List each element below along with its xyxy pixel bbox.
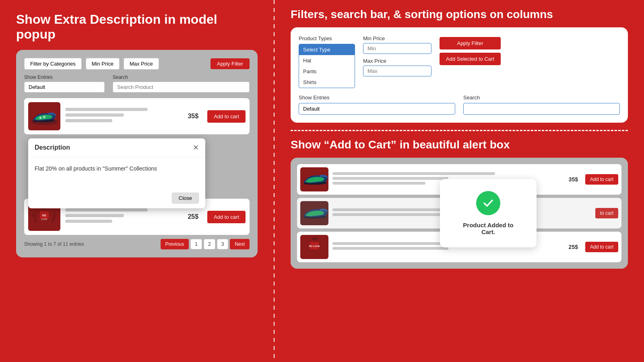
- right-panel: Filters, search bar, & sorting options o…: [275, 0, 644, 362]
- alert-add-to-cart-btn-3[interactable]: Add to cart: [585, 242, 618, 252]
- success-message: Product Added to Cart.: [456, 222, 520, 235]
- placeholder-line: [65, 208, 148, 212]
- page-1-btn[interactable]: 1: [190, 239, 202, 249]
- left-title: Show Extra Description in model popup: [16, 12, 258, 42]
- min-price-input[interactable]: [363, 43, 431, 54]
- product-info-1: [65, 108, 183, 125]
- previous-btn[interactable]: Previous: [161, 239, 189, 249]
- alert-price-1: 35$: [569, 176, 578, 183]
- modal-close-btn[interactable]: Close: [172, 193, 199, 204]
- placeholder-line: [332, 247, 448, 250]
- placeholder-line: [65, 214, 124, 217]
- svg-text:NO LOVE: NO LOVE: [309, 245, 320, 247]
- modal-close-x-btn[interactable]: ✕: [193, 143, 199, 152]
- success-icon: [476, 191, 500, 215]
- next-btn[interactable]: Next: [230, 239, 250, 249]
- min-max-col: Min Price Max Price: [363, 35, 431, 88]
- min-price-label: Min Price: [363, 35, 431, 41]
- product-types-label: Product Types: [299, 35, 355, 41]
- left-panel: Show Extra Description in model popup Fi…: [0, 0, 274, 362]
- placeholder-line: [332, 177, 448, 180]
- placeholder-line: [332, 182, 425, 185]
- right-search-label: Search: [463, 95, 620, 101]
- placeholder-line: [65, 220, 112, 223]
- pagination-btns: Previous 1 2 3 Next: [161, 239, 250, 249]
- product-info-2: [65, 208, 183, 225]
- entries-group: Show Entries: [24, 74, 105, 93]
- modal-body: Flat 20% on all products in "Summer" Col…: [28, 157, 205, 189]
- max-price-input[interactable]: [363, 66, 431, 76]
- apply-filter-btn-right[interactable]: Apply Filter: [440, 37, 501, 49]
- filter-card-bottom: Show Entries Search: [299, 95, 620, 115]
- alert-product-img-2: [300, 201, 328, 225]
- apply-filter-btn[interactable]: Apply Filter: [211, 58, 250, 69]
- dropdown-item-shirts[interactable]: Shirts: [299, 77, 355, 88]
- placeholder-line: [332, 172, 495, 175]
- placeholder-line: [65, 113, 124, 117]
- product-row-1: 35$ Add to cart: [24, 98, 250, 134]
- modal-title: Description: [35, 144, 70, 151]
- action-col: Apply Filter Add Selected to Cart: [440, 35, 501, 88]
- alert-add-to-cart-btn-2[interactable]: to cart: [595, 208, 618, 218]
- alert-card: 35$ Add to cart to cart: [291, 158, 628, 269]
- placeholder-line: [65, 119, 112, 122]
- max-price-label: Max Price: [363, 58, 431, 64]
- page-3-btn[interactable]: 3: [217, 239, 229, 249]
- svg-text:LOVE: LOVE: [41, 218, 47, 220]
- page-2-btn[interactable]: 2: [204, 239, 215, 249]
- product-price-1: 35$: [188, 113, 198, 120]
- entries-input[interactable]: [24, 82, 105, 93]
- filter-categories-btn[interactable]: Filter by Categories: [24, 58, 82, 70]
- add-to-cart-btn-1[interactable]: Add to cart: [207, 110, 246, 123]
- alert-add-to-cart-btn-1[interactable]: Add to cart: [585, 174, 618, 185]
- horizontal-divider: [291, 130, 628, 131]
- right-search-col: Search: [463, 95, 620, 115]
- filter-card: Product Types Select Type Hat Pants Shir…: [291, 27, 628, 123]
- modal-overlay: Description ✕ Flat 20% on all products i…: [28, 138, 205, 208]
- right-search-input[interactable]: [463, 103, 620, 115]
- svg-text:NO: NO: [42, 214, 46, 217]
- add-selected-to-cart-btn[interactable]: Add Selected to Cart: [440, 53, 501, 65]
- svg-point-2: [43, 116, 45, 118]
- right-entries-label: Show Entries: [299, 95, 455, 101]
- alert-product-img-1: [300, 167, 328, 191]
- product-types-dropdown[interactable]: Select Type Hat Pants Shirts: [299, 44, 355, 88]
- search-group: Search: [113, 74, 250, 93]
- product-image-1: [28, 102, 60, 130]
- filter-max-price-btn[interactable]: Max Price: [124, 58, 159, 70]
- modal-description: Flat 20% on all products in "Summer" Col…: [35, 165, 199, 172]
- dropdown-item-hat[interactable]: Hat: [299, 55, 355, 66]
- right-top-title: Filters, search bar, & sorting options o…: [291, 8, 628, 21]
- svg-point-1: [39, 117, 42, 119]
- add-to-cart-btn-2[interactable]: Add to cart: [207, 211, 246, 223]
- placeholder-line: [65, 108, 148, 111]
- modal-header: Description ✕: [28, 138, 205, 157]
- filter-min-price-btn[interactable]: Min Price: [86, 58, 120, 70]
- alert-title: Show “Add to Cart” in beautiful alert bo…: [291, 138, 628, 151]
- success-popup: Product Added to Cart.: [440, 179, 537, 247]
- entries-label: Show Entries: [24, 74, 105, 80]
- entries-search-row: Show Entries Search: [24, 74, 250, 93]
- max-price-group: Max Price: [363, 58, 431, 76]
- product-price-2: 25$: [188, 213, 198, 220]
- dropdown-item-select-type[interactable]: Select Type: [299, 44, 355, 55]
- filter-card-top: Product Types Select Type Hat Pants Shir…: [299, 35, 620, 88]
- right-entries-col: Show Entries: [299, 95, 455, 115]
- modal-footer: Close: [28, 189, 205, 208]
- pagination-row: Showing 1 to 7 of 11 entries Previous 1 …: [24, 239, 250, 249]
- alert-product-img-3: NO LOVE: [300, 235, 328, 259]
- search-input[interactable]: [113, 82, 250, 93]
- dropdown-item-pants[interactable]: Pants: [299, 66, 355, 77]
- min-price-group: Min Price: [363, 35, 431, 54]
- filter-bar: Filter by Categories Min Price Max Price…: [24, 58, 250, 70]
- search-label: Search: [113, 74, 250, 80]
- left-demo-card: Filter by Categories Min Price Max Price…: [16, 50, 258, 257]
- right-entries-input[interactable]: [299, 103, 455, 115]
- alert-price-3: 25$: [569, 244, 578, 250]
- showing-text: Showing 1 to 7 of 11 entries: [24, 241, 84, 247]
- product-types-col: Product Types Select Type Hat Pants Shir…: [299, 35, 355, 88]
